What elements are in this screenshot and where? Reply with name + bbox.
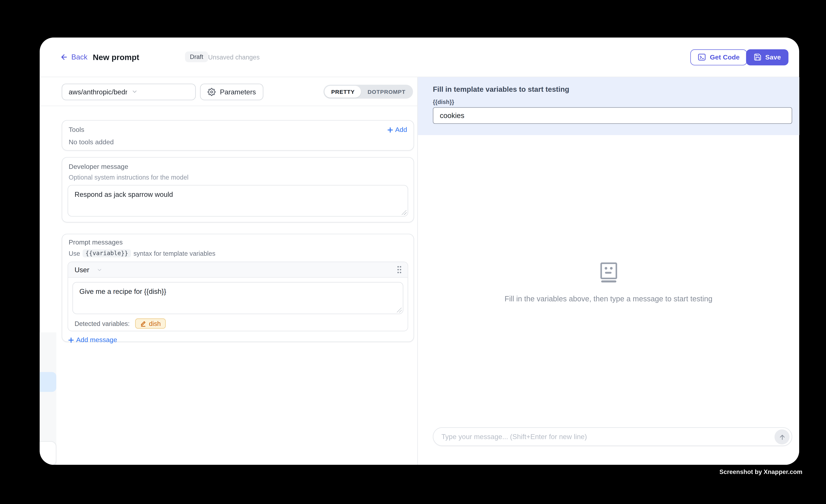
chat-input-bar bbox=[433, 427, 792, 446]
prompt-messages-section: Prompt messages Use {{variable}} syntax … bbox=[62, 234, 414, 342]
test-panel: Fill in template variables to start test… bbox=[417, 77, 799, 465]
variable-badge-label: dish bbox=[149, 320, 161, 327]
chevron-down-icon bbox=[97, 267, 103, 272]
message-content-input[interactable]: Give me a recipe for {{dish}} bbox=[72, 282, 403, 314]
resize-handle[interactable] bbox=[397, 308, 402, 313]
plus-icon bbox=[68, 337, 74, 343]
terminal-icon bbox=[698, 53, 706, 61]
view-mode-toggle: PRETTY DOTPROMPT bbox=[323, 84, 413, 98]
back-arrow-icon bbox=[60, 53, 68, 61]
background-sidebar-selected-item bbox=[40, 372, 56, 392]
edit-pencil-icon bbox=[140, 320, 146, 327]
variables-panel-title: Fill in template variables to start test… bbox=[433, 85, 792, 93]
developer-message-title: Developer message bbox=[69, 163, 408, 171]
save-button[interactable]: Save bbox=[746, 49, 788, 65]
app-window: Back New prompt Draft Unsaved changes Ge… bbox=[40, 38, 799, 465]
prompt-toolbar: aws/anthropic/bedrock-claude-3-5-s... Pa… bbox=[40, 77, 417, 106]
parameters-button[interactable]: Parameters bbox=[200, 83, 263, 100]
model-selector-value: aws/anthropic/bedrock-claude-3-5-s... bbox=[69, 87, 127, 96]
send-button[interactable] bbox=[775, 430, 789, 444]
prompt-messages-title: Prompt messages bbox=[69, 239, 408, 246]
get-code-button[interactable]: Get Code bbox=[691, 49, 747, 65]
add-message-label: Add message bbox=[76, 336, 117, 343]
variable-badge-dish[interactable]: dish bbox=[135, 318, 166, 328]
developer-message-subtitle: Optional system instructions for the mod… bbox=[69, 174, 408, 181]
tools-empty-text: No tools added bbox=[69, 138, 407, 146]
role-selector[interactable]: User bbox=[74, 266, 103, 274]
prompt-editor-panel: Tools Add No tools added Developer messa… bbox=[40, 106, 417, 465]
add-message-button[interactable]: Add message bbox=[68, 336, 117, 343]
unsaved-changes-text: Unsaved changes bbox=[208, 38, 260, 77]
robot-face-icon bbox=[599, 261, 617, 283]
prompt-messages-subtitle: Use {{variable}} syntax for template var… bbox=[69, 249, 408, 257]
background-popup-fragment bbox=[40, 441, 56, 465]
developer-message-input[interactable]: Respond as jack sparrow would bbox=[68, 185, 408, 217]
tools-section: Tools Add No tools added bbox=[62, 120, 414, 151]
save-icon bbox=[754, 53, 762, 61]
resize-handle[interactable] bbox=[402, 210, 407, 215]
role-selector-value: User bbox=[74, 266, 89, 274]
detected-variables-label: Detected variables: bbox=[74, 320, 130, 327]
detected-variables-row: Detected variables: dish bbox=[72, 314, 403, 328]
drag-handle-icon[interactable] bbox=[396, 265, 402, 274]
tools-title: Tools bbox=[69, 126, 84, 133]
screenshot-stage: Back New prompt Draft Unsaved changes Ge… bbox=[0, 0, 826, 504]
back-button[interactable]: Back bbox=[60, 38, 87, 77]
get-code-label: Get Code bbox=[710, 53, 740, 61]
variable-key-label: {{dish}} bbox=[433, 98, 792, 105]
message-block: User Give me a recipe for {{dish}} bbox=[68, 262, 408, 331]
add-tool-label: Add bbox=[395, 126, 407, 133]
template-variables-panel: Fill in template variables to start test… bbox=[418, 77, 799, 135]
message-header: User bbox=[68, 262, 408, 278]
watermark-text: Screenshot by Xnapper.com bbox=[719, 468, 802, 475]
subtitle-suffix: syntax for template variables bbox=[133, 250, 215, 257]
chat-message-input[interactable] bbox=[441, 428, 710, 445]
variable-syntax-chip: {{variable}} bbox=[83, 249, 131, 257]
status-badge: Draft bbox=[185, 51, 208, 62]
variable-value-input[interactable] bbox=[433, 107, 792, 124]
gear-icon bbox=[208, 87, 216, 96]
toggle-pretty[interactable]: PRETTY bbox=[325, 85, 361, 98]
empty-state-text: Fill in the variables above, then type a… bbox=[505, 294, 712, 303]
chat-empty-state: Fill in the variables above, then type a… bbox=[418, 261, 799, 303]
subtitle-prefix: Use bbox=[69, 250, 80, 257]
arrow-up-icon bbox=[778, 433, 786, 441]
chevron-down-icon bbox=[131, 88, 190, 95]
page-header: Back New prompt Draft Unsaved changes Ge… bbox=[40, 38, 799, 77]
parameters-label: Parameters bbox=[220, 87, 256, 96]
add-tool-button[interactable]: Add bbox=[387, 126, 407, 133]
toggle-dotprompt[interactable]: DOTPROMPT bbox=[361, 85, 412, 98]
developer-message-section: Developer message Optional system instru… bbox=[62, 157, 414, 223]
model-selector[interactable]: aws/anthropic/bedrock-claude-3-5-s... bbox=[62, 83, 196, 100]
plus-icon bbox=[387, 127, 393, 133]
page-title: New prompt bbox=[93, 38, 139, 77]
back-label: Back bbox=[71, 53, 87, 61]
save-label: Save bbox=[765, 53, 781, 61]
